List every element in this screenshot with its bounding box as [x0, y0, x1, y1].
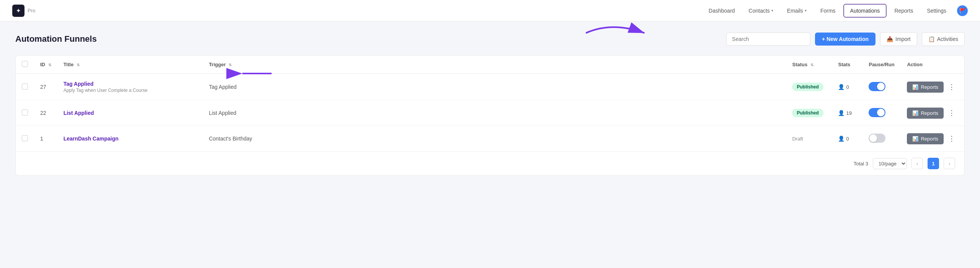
automation-title-link[interactable]: Tag Applied: [64, 81, 197, 87]
row-id: 27: [34, 74, 57, 100]
status-badge: Published: [792, 109, 823, 117]
person-icon: 👤: [838, 136, 844, 142]
pagination-total: Total 3: [854, 161, 868, 167]
row-stats: 👤 19: [832, 100, 862, 126]
row-status: Published: [786, 74, 832, 100]
automations-table: ID ⇅ Title ⇅ Trigger ⇅ Status ⇅ Stats: [15, 55, 965, 176]
stats-value: 0: [846, 136, 849, 142]
header-action: Action: [901, 56, 964, 74]
nav-item-emails[interactable]: Emails ▾: [781, 5, 813, 17]
reports-button[interactable]: 📊 Reports: [907, 133, 944, 144]
row-trigger: Contact's Birthday: [203, 126, 681, 152]
row-spacer: [681, 126, 786, 152]
activities-button[interactable]: 📋 Activities: [922, 32, 965, 46]
search-input[interactable]: [726, 33, 810, 46]
person-icon: 👤: [838, 84, 844, 90]
import-icon: 📥: [887, 36, 893, 42]
row-spacer: [681, 74, 786, 100]
row-id: 22: [34, 100, 57, 126]
next-page-button[interactable]: ›: [944, 158, 955, 169]
nav-item-dashboard[interactable]: Dashboard: [702, 5, 741, 17]
page-header: Automation Funnels + New Automation 📥 Im…: [15, 32, 965, 46]
automation-title-link[interactable]: LearnDash Campaign: [64, 136, 197, 142]
row-pause-run: [862, 100, 901, 126]
current-page[interactable]: 1: [928, 158, 939, 169]
header-title: Title ⇅: [57, 56, 203, 74]
logo-text: Pro: [28, 8, 35, 13]
row-action: 📊 Reports ⋮: [901, 74, 964, 100]
top-nav: ✦ Pro Dashboard Contacts ▾ Emails ▾ Form…: [0, 0, 980, 21]
automation-subtitle: Apply Tag when User Complete a Course: [64, 88, 148, 93]
status-badge: Published: [792, 83, 823, 91]
nav-item-automations[interactable]: Automations: [843, 4, 887, 18]
prev-page-button[interactable]: ‹: [911, 158, 923, 169]
row-title-cell: Tag Applied Apply Tag when User Complete…: [57, 74, 203, 100]
header-id: ID ⇅: [34, 56, 57, 74]
sort-icon: ⇅: [810, 63, 813, 67]
pagination: Total 3 10/page 20/page 50/page ‹ 1 ›: [16, 151, 964, 175]
more-options-button[interactable]: ⋮: [945, 133, 958, 144]
row-status: Published: [786, 100, 832, 126]
row-checkbox[interactable]: [22, 109, 28, 116]
row-checkbox-cell: [16, 100, 34, 126]
row-id: 1: [34, 126, 57, 152]
row-spacer: [681, 100, 786, 126]
more-options-button[interactable]: ⋮: [945, 107, 958, 119]
action-group: 📊 Reports ⋮: [907, 133, 958, 144]
per-page-select[interactable]: 10/page 20/page 50/page: [873, 158, 907, 169]
row-stats: 👤 0: [832, 74, 862, 100]
row-stats: 👤 0: [832, 126, 862, 152]
new-automation-button[interactable]: + New Automation: [815, 33, 875, 46]
row-checkbox-cell: [16, 74, 34, 100]
toggle-switch[interactable]: [869, 134, 885, 143]
chevron-down-icon: ▾: [805, 8, 807, 13]
sort-icon: ⇅: [48, 63, 51, 67]
header-pause-run: Pause/Run: [862, 56, 901, 74]
header-checkbox-cell: [16, 56, 34, 74]
activities-icon: 📋: [928, 36, 935, 42]
reports-button[interactable]: 📊 Reports: [907, 108, 944, 119]
reports-button[interactable]: 📊 Reports: [907, 82, 944, 93]
toggle-switch[interactable]: [869, 82, 885, 91]
row-trigger: Tag Applied: [203, 74, 681, 100]
row-action: 📊 Reports ⋮: [901, 126, 964, 152]
stats-value: 0: [846, 84, 849, 90]
page-title: Automation Funnels: [15, 34, 97, 44]
header-spacer: [681, 56, 786, 74]
row-checkbox-cell: [16, 126, 34, 152]
header-actions: + New Automation 📥 Import 📋 Activities: [726, 32, 965, 46]
more-options-button[interactable]: ⋮: [945, 81, 958, 93]
main-content: Automation Funnels + New Automation 📥 Im…: [0, 21, 980, 186]
header-trigger: Trigger ⇅: [203, 56, 681, 74]
status-badge: Draft: [792, 136, 803, 142]
toggle-switch[interactable]: [869, 108, 885, 117]
table-row: 22 List Applied List Applied Published 👤: [16, 100, 964, 126]
row-checkbox[interactable]: [22, 83, 28, 90]
nav-logo[interactable]: ✦ Pro: [12, 5, 35, 17]
row-status: Draft: [786, 126, 832, 152]
table-row: 27 Tag Applied Apply Tag when User Compl…: [16, 74, 964, 100]
nav-item-forms[interactable]: Forms: [814, 5, 842, 17]
reports-icon: 📊: [912, 84, 918, 90]
chevron-down-icon: ▾: [771, 8, 773, 13]
stats-value: 19: [846, 110, 851, 116]
person-icon: 👤: [838, 110, 844, 116]
header-status: Status ⇅: [786, 56, 832, 74]
nav-item-contacts[interactable]: Contacts ▾: [743, 5, 779, 17]
select-all-checkbox[interactable]: [22, 61, 28, 67]
action-group: 📊 Reports ⋮: [907, 107, 958, 119]
flag-icon[interactable]: 🚩: [957, 5, 968, 16]
reports-icon: 📊: [912, 110, 918, 116]
logo-icon: ✦: [12, 5, 24, 17]
header-stats: Stats: [832, 56, 862, 74]
row-pause-run: [862, 126, 901, 152]
nav-item-settings[interactable]: Settings: [921, 5, 952, 17]
automation-title-link[interactable]: List Applied: [64, 110, 197, 116]
reports-icon: 📊: [912, 136, 918, 142]
row-trigger: List Applied: [203, 100, 681, 126]
row-title-cell: List Applied: [57, 100, 203, 126]
nav-item-reports[interactable]: Reports: [888, 5, 919, 17]
sort-icon: ⇅: [229, 63, 232, 67]
import-button[interactable]: 📥 Import: [880, 32, 917, 46]
row-checkbox[interactable]: [22, 135, 28, 141]
